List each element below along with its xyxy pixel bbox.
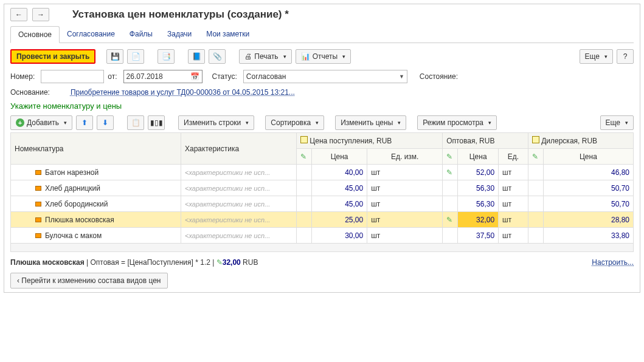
move-up-button[interactable]: ⬆ (76, 115, 93, 130)
cell-characteristic[interactable]: <характеристики не исп... (181, 180, 297, 196)
cell-name[interactable]: Батон нарезной (11, 165, 181, 180)
copy-button[interactable]: 📑 (158, 49, 175, 64)
reports-label: Отчеты (313, 52, 338, 61)
cell-unit-2[interactable]: шт (499, 228, 528, 244)
tab-main[interactable]: Основное (10, 26, 60, 43)
cell-price-2[interactable]: 56,30 (458, 180, 499, 196)
table-row[interactable]: Хлеб бородинский<характеристики не исп..… (11, 196, 634, 212)
col-price-2[interactable]: Цена (458, 149, 499, 165)
paste-button[interactable]: 📋 (127, 115, 144, 130)
add-button[interactable]: +Добавить (10, 115, 72, 130)
tabs: Основное Согласование Файлы Задачи Мои з… (10, 26, 634, 43)
move-down-button[interactable]: ⬇ (97, 115, 114, 130)
col-group-3[interactable]: Дилерская, RUB (528, 133, 633, 149)
state-label: Состояние: (420, 72, 458, 81)
cell-price-1[interactable]: 45,00 (312, 180, 367, 196)
page-title: Установка цен номенклатуры (создание) * (72, 9, 289, 21)
help-button[interactable]: ? (617, 49, 634, 64)
cell-unit-2[interactable]: шт (499, 212, 528, 228)
cell-unit-2[interactable]: шт (499, 165, 528, 180)
cell-price-1[interactable]: 45,00 (312, 196, 367, 212)
cell-characteristic[interactable]: <характеристики не исп... (181, 228, 297, 244)
print-button[interactable]: 🖨Печать (239, 49, 291, 64)
cell-unit-2[interactable]: шт (499, 180, 528, 196)
reports-icon: 📊 (301, 52, 310, 61)
cell-price-3[interactable]: 50,70 (543, 196, 633, 212)
col-unit-2[interactable]: Ед. (499, 149, 528, 165)
col-price-3[interactable]: Цена (543, 149, 633, 165)
cell-characteristic[interactable]: <характеристики не исп... (181, 196, 297, 212)
price-grid[interactable]: Номенклатура Характеристика Цена поступл… (10, 132, 634, 244)
number-input[interactable] (41, 70, 104, 83)
post-button[interactable]: 📄 (127, 49, 144, 64)
more-button[interactable]: Еще (580, 49, 613, 64)
cell-price-3[interactable]: 46,80 (543, 165, 633, 180)
table-row[interactable]: Булочка с маком<характеристики не исп...… (11, 228, 634, 244)
cell-unit-1[interactable]: шт (367, 228, 443, 244)
col-group-1[interactable]: Цена поступления, RUB (297, 133, 443, 149)
cell-price-3[interactable]: 33,80 (543, 228, 633, 244)
cell-price-1[interactable]: 30,00 (312, 228, 367, 244)
pencil-icon: ✎ (216, 258, 223, 267)
attach-button[interactable]: 📎 (209, 49, 226, 64)
cell-price-3[interactable]: 28,80 (543, 212, 633, 228)
cell-pen-3 (528, 228, 543, 244)
cell-unit-1[interactable]: шт (367, 165, 443, 180)
calendar-icon[interactable]: 📅 (190, 72, 199, 81)
tab-notes[interactable]: Мои заметки (199, 26, 257, 43)
cell-characteristic[interactable]: <характеристики не исп... (181, 165, 297, 180)
cell-unit-1[interactable]: шт (367, 180, 443, 196)
basis-link[interactable]: Приобретение товаров и услуг ТД00-000036… (71, 88, 295, 97)
change-rows-button[interactable]: Изменить строки (178, 115, 254, 130)
horizontal-scrollbar[interactable] (10, 244, 634, 252)
cell-price-2[interactable]: 52,00 (458, 165, 499, 180)
col-group-3-label: Дилерская, RUB (541, 137, 597, 145)
cell-pen-1 (297, 228, 312, 244)
footer-formula: [ЦенаПоступления] * 1.2 | (127, 258, 216, 267)
cell-unit-2[interactable]: шт (499, 196, 528, 212)
cell-name[interactable]: Хлеб бородинский (11, 196, 181, 212)
footer-price: 32,00 (223, 258, 241, 267)
settings-link[interactable]: Настроить... (592, 258, 634, 267)
col-price-1[interactable]: Цена (312, 149, 367, 165)
sort-button[interactable]: Сортировка (265, 115, 324, 130)
date-value: 26.07.2018 (126, 72, 163, 81)
cell-name[interactable]: Булочка с маком (11, 228, 181, 244)
back-button[interactable]: ← (10, 8, 27, 21)
cell-price-1[interactable]: 25,00 (312, 212, 367, 228)
cell-name[interactable]: Плюшка московская (11, 212, 181, 228)
status-select[interactable]: Согласован ▼ (243, 70, 407, 83)
cell-price-2[interactable]: 37,50 (458, 228, 499, 244)
tab-files[interactable]: Файлы (122, 26, 160, 43)
forward-button[interactable]: → (32, 8, 49, 21)
cell-characteristic[interactable]: <характеристики не исп... (181, 212, 297, 228)
view-mode-button[interactable]: Режим просмотра (417, 115, 497, 130)
table-row[interactable]: Плюшка московская<характеристики не исп.… (11, 212, 634, 228)
post-and-close-button[interactable]: Провести и закрыть (10, 49, 95, 64)
cell-price-2[interactable]: 56,30 (458, 196, 499, 212)
col-characteristic[interactable]: Характеристика (181, 133, 297, 165)
reports-button[interactable]: 📊Отчеты (296, 49, 351, 64)
cell-pen-3 (528, 212, 543, 228)
doc-button[interactable]: 📘 (188, 49, 205, 64)
col-unit-1[interactable]: Ед. изм. (367, 149, 443, 165)
tab-approval[interactable]: Согласование (60, 26, 122, 43)
date-input[interactable]: 26.07.2018 📅 (123, 70, 203, 83)
cell-unit-1[interactable]: шт (367, 196, 443, 212)
table-row[interactable]: Батон нарезной<характеристики не исп...4… (11, 165, 634, 180)
cell-unit-1[interactable]: шт (367, 212, 443, 228)
save-button[interactable]: 💾 (106, 49, 123, 64)
col-group-2[interactable]: Оптовая, RUB (443, 133, 528, 149)
change-prices-button[interactable]: Изменить цены (335, 115, 406, 130)
change-price-types-button[interactable]: ‹ Перейти к изменению состава видов цен (10, 273, 168, 289)
barcode-button[interactable]: ▮▯▮ (148, 115, 165, 130)
col-nomenclature[interactable]: Номенклатура (11, 133, 181, 165)
cell-pen-1 (297, 196, 312, 212)
cell-name[interactable]: Хлеб дарницкий (11, 180, 181, 196)
grid-more-button[interactable]: Еще (600, 115, 634, 130)
cell-price-3[interactable]: 50,70 (543, 180, 633, 196)
tab-tasks[interactable]: Задачи (160, 26, 199, 43)
table-row[interactable]: Хлеб дарницкий<характеристики не исп...4… (11, 180, 634, 196)
cell-price-2[interactable]: 32,00 (458, 212, 499, 228)
cell-price-1[interactable]: 40,00 (312, 165, 367, 180)
